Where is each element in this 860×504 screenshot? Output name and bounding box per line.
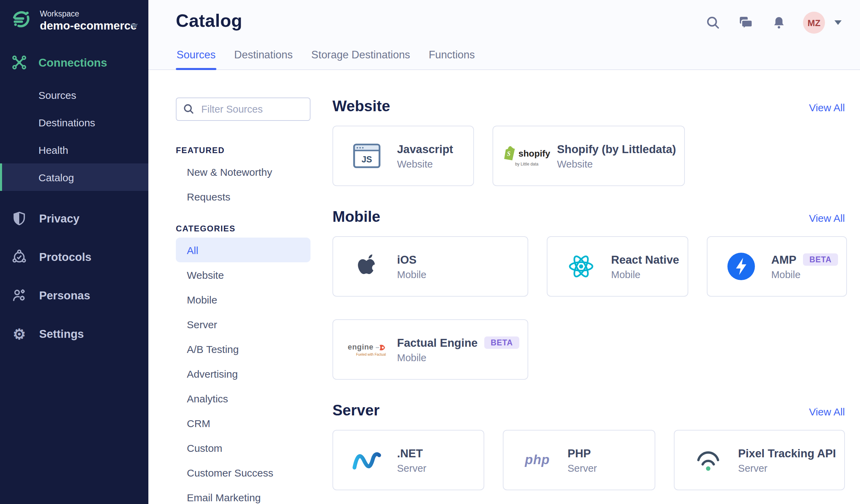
sidebar: Workspace demo-ecommerce (0, 0, 148, 504)
filter-sidebar: FEATURED New & Noteworthy Requests CATEG… (176, 98, 310, 504)
javascript-icon: JS (350, 144, 384, 168)
filter-sources-input[interactable] (176, 98, 310, 121)
category-item-email-marketing[interactable]: Email Marketing (176, 485, 310, 504)
sidebar-item-label: Settings (39, 327, 84, 340)
categories-list: All Website Mobile Server A/B Testing Ad… (176, 238, 310, 504)
shopify-icon: S shopify by Little data (510, 146, 544, 166)
search-icon (183, 103, 195, 118)
catalog-card-factual-engine[interactable]: engine Fueled with Factual (332, 319, 528, 380)
workspace-info: Workspace demo-ecommerce (40, 10, 130, 32)
featured-item-new-noteworthy[interactable]: New & Noteworthy (176, 159, 310, 184)
categories-heading: CATEGORIES (176, 224, 310, 233)
card-text: React Native Mobile (611, 253, 679, 280)
shield-icon (11, 211, 27, 226)
php-icon: php (520, 453, 555, 468)
card-text: AMP BETA Mobile (771, 253, 838, 280)
sidebar-item-label: Connections (38, 56, 107, 69)
factual-wordmark: engine (348, 343, 374, 351)
catalog-card-shopify[interactable]: S shopify by Little data Shopify (by Lit… (493, 126, 685, 186)
factual-engine-icon: engine Fueled with Factual (350, 343, 384, 356)
sidebar-item-health[interactable]: Health (0, 136, 148, 163)
search-icon[interactable] (703, 11, 723, 34)
topbar-actions: MZ (703, 11, 842, 34)
category-item-analytics[interactable]: Analytics (176, 386, 310, 411)
card-text: Pixel Tracking API Server (738, 447, 836, 473)
tab-storage-destinations[interactable]: Storage Destinations (310, 49, 411, 70)
catalog-card-dotnet[interactable]: .NET Server (332, 430, 485, 490)
card-category: Website (397, 158, 453, 169)
sidebar-item-personas[interactable]: Personas (0, 276, 148, 314)
workspace-switcher[interactable]: Workspace demo-ecommerce (0, 0, 148, 33)
tab-functions[interactable]: Functions (428, 49, 475, 70)
catalog-card-amp[interactable]: AMP BETA Mobile (706, 236, 847, 297)
category-item-ab-testing[interactable]: A/B Testing (176, 336, 310, 361)
avatar[interactable]: MZ (803, 12, 825, 34)
card-text: Shopify (by Littledata) Website (557, 142, 676, 169)
section-title: Website (332, 98, 390, 115)
gear-icon: ⚙ (11, 327, 27, 341)
sidebar-main-nav: Privacy Protocols (0, 199, 148, 353)
chat-icon[interactable] (736, 11, 756, 34)
catalog-card-php[interactable]: php PHP Server (503, 430, 655, 490)
card-title: Javascript (397, 142, 453, 156)
catalog-card-pixel-tracking-api[interactable]: Pixel Tracking API Server (674, 430, 845, 490)
featured-item-requests[interactable]: Requests (176, 184, 310, 209)
featured-heading: FEATURED (176, 146, 310, 155)
filter-search (176, 98, 310, 121)
view-all-link[interactable]: View All (809, 212, 845, 224)
screen: Workspace demo-ecommerce (0, 0, 860, 504)
card-text: .NET Server (397, 447, 426, 473)
category-item-crm[interactable]: CRM (176, 411, 310, 435)
card-text: Factual Engine BETA Mobile (397, 336, 519, 363)
card-title: iOS (397, 253, 417, 266)
card-title: PHP (568, 447, 591, 460)
sidebar-item-label: Destinations (38, 116, 95, 128)
section-mobile: Mobile View All (332, 208, 845, 380)
sidebar-item-connections[interactable]: Connections (0, 54, 148, 71)
category-item-all[interactable]: All (176, 238, 310, 262)
sidebar-item-label: Catalog (38, 171, 74, 183)
beta-badge: BETA (485, 336, 519, 349)
user-menu-caret-icon[interactable] (834, 20, 842, 25)
bell-icon[interactable] (769, 11, 789, 34)
category-item-server[interactable]: Server (176, 312, 310, 336)
cards-grid: .NET Server php PHP Server (332, 430, 845, 490)
beta-badge: BETA (803, 253, 838, 266)
category-item-customer-success[interactable]: Customer Success (176, 460, 310, 485)
workspace-name: demo-ecommerce (40, 19, 130, 32)
category-item-mobile[interactable]: Mobile (176, 287, 310, 312)
cards-grid: JS Javascript Website (332, 126, 845, 186)
card-category: Mobile (771, 269, 838, 280)
gear-glyph: ⚙ (13, 327, 26, 341)
catalog-tabs: Sources Destinations Storage Destination… (176, 49, 476, 70)
catalog-card-react-native[interactable]: React Native Mobile (546, 236, 688, 297)
react-icon (564, 253, 598, 280)
card-category: Server (568, 462, 597, 473)
factual-byline: Fueled with Factual (356, 353, 386, 356)
section-header: Server View All (332, 402, 845, 420)
card-title: AMP (771, 253, 796, 266)
amp-icon (724, 252, 758, 281)
sidebar-item-destinations[interactable]: Destinations (0, 108, 148, 136)
category-item-custom[interactable]: Custom (176, 435, 310, 460)
sidebar-item-protocols[interactable]: Protocols (0, 238, 148, 276)
section-header: Website View All (332, 98, 845, 115)
tab-destinations[interactable]: Destinations (234, 49, 294, 70)
segment-logo-icon (11, 10, 32, 33)
section-title: Mobile (332, 208, 380, 226)
cards-grid: iOS Mobile (332, 236, 845, 380)
sidebar-item-privacy[interactable]: Privacy (0, 199, 148, 238)
category-item-advertising[interactable]: Advertising (176, 361, 310, 386)
view-all-link[interactable]: View All (809, 406, 845, 417)
sidebar-item-sources[interactable]: Sources (0, 81, 148, 108)
sidebar-item-settings[interactable]: ⚙ Settings (0, 314, 148, 353)
catalog-card-javascript[interactable]: JS Javascript Website (332, 126, 474, 186)
view-all-link[interactable]: View All (809, 102, 845, 113)
tab-sources[interactable]: Sources (176, 49, 216, 70)
personas-icon (11, 288, 27, 303)
card-text: PHP Server (568, 447, 597, 473)
app-window: Workspace demo-ecommerce (0, 0, 860, 504)
category-item-website[interactable]: Website (176, 262, 310, 287)
sidebar-item-catalog[interactable]: Catalog (0, 163, 148, 191)
catalog-card-ios[interactable]: iOS Mobile (332, 236, 528, 297)
